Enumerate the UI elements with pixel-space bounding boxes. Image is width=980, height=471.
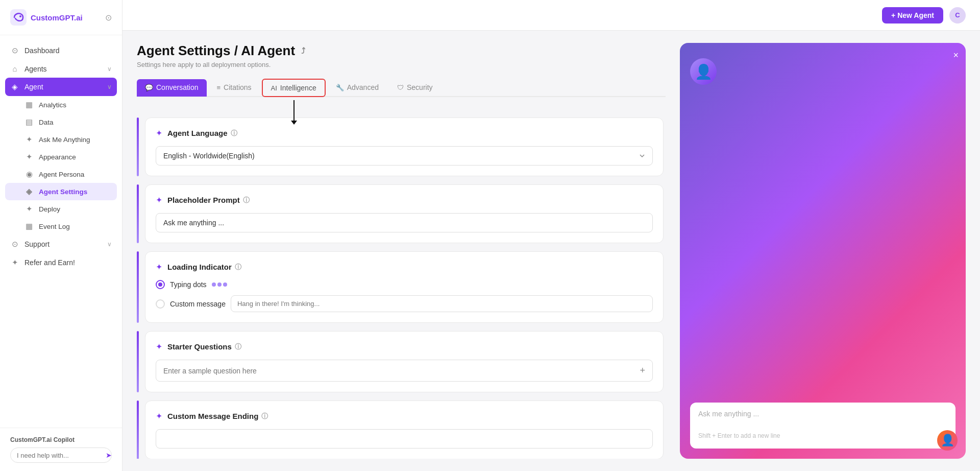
chevron-down-icon: ∨ [107, 241, 112, 248]
placeholder-prompt-header: ✦ Placeholder Prompt ⓘ [156, 195, 653, 205]
copilot-label: CustomGPT.ai Copilot [10, 436, 112, 443]
sidebar-item-agent-settings[interactable]: ◈ Agent Settings [5, 183, 117, 200]
sidebar-item-analytics[interactable]: ▦ Analytics [0, 96, 122, 113]
sidebar-item-ask-me-anything[interactable]: ✦ Ask Me Anything [0, 131, 122, 148]
preview-panel: × 👤 Ask me anything ... Shift + Enter to… [680, 43, 966, 459]
sidebar-item-agent-persona[interactable]: ◉ Agent Persona [0, 166, 122, 183]
logo-icon [10, 9, 27, 26]
sidebar-item-support[interactable]: ⊙ Support ∨ [0, 235, 122, 253]
bottom-avatar[interactable]: 👤 [937, 430, 958, 451]
logo-area: CustomGPT.ai ⊙ [0, 0, 122, 35]
tab-label: Security [407, 83, 433, 91]
svg-point-1 [19, 15, 21, 17]
sidebar-item-label: Dashboard [24, 46, 60, 55]
starter-questions-header: ✦ Starter Questions ⓘ [156, 342, 653, 351]
custom-message-ending-input[interactable] [156, 429, 653, 449]
tab-conversation[interactable]: 💬 Conversation [137, 79, 207, 97]
advanced-tab-icon: 🔧 [336, 84, 344, 91]
custom-message-ending-title: Custom Message Ending ⓘ [167, 412, 268, 421]
sidebar-item-label: Event Log [39, 223, 70, 230]
preview-close-button[interactable]: × [953, 50, 959, 61]
new-agent-button[interactable]: + New Agent [882, 7, 943, 23]
security-tab-icon: 🛡 [397, 84, 404, 91]
typing-dots-label: Typing dots [170, 280, 207, 289]
tabs-container: 💬 Conversation ≡ Citations AI Intelligen… [137, 79, 666, 107]
dashboard-icon: ⊙ [10, 46, 19, 55]
copilot-input-wrap[interactable]: ➤ [10, 448, 112, 463]
tab-label: Intelligence [280, 84, 316, 92]
sidebar-item-label: Support [24, 240, 50, 248]
data-icon: ▤ [24, 117, 34, 127]
custom-message-input[interactable] [231, 295, 653, 312]
tab-citations[interactable]: ≡ Citations [209, 79, 260, 97]
sidebar-item-label: Refer and Earn! [24, 258, 75, 267]
analytics-icon: ▦ [24, 100, 34, 109]
sidebar-item-data[interactable]: ▤ Data [0, 113, 122, 131]
notification-button[interactable]: ⊙ [105, 13, 112, 22]
info-icon[interactable]: ⓘ [231, 129, 237, 138]
intelligence-tab-icon: AI [271, 84, 277, 92]
sidebar-item-label: Agents [24, 65, 47, 73]
sidebar-item-label: Agent Persona [39, 171, 84, 178]
info-icon[interactable]: ⓘ [243, 196, 250, 205]
preview-input-area[interactable]: Ask me anything ... Shift + Enter to add… [690, 403, 955, 449]
sidebar-item-label: Deploy [39, 205, 60, 213]
sidebar-item-refer-earn[interactable]: ✦ Refer and Earn! [0, 253, 122, 272]
preview-avatar: 👤 [690, 58, 717, 85]
support-icon: ⊙ [10, 240, 19, 249]
sidebar-item-label: Agent [24, 83, 43, 91]
starter-question-input[interactable] [163, 367, 634, 375]
preview-hint: Shift + Enter to add a new line [698, 432, 780, 439]
arrow-head [291, 121, 297, 125]
copilot-input[interactable] [17, 452, 103, 459]
info-icon[interactable]: ⓘ [235, 342, 241, 351]
starter-questions-title: Starter Questions ⓘ [167, 342, 241, 351]
appearance-icon: ✦ [24, 152, 34, 161]
topbar: + New Agent C [122, 0, 980, 31]
sparkle-icon: ✦ [156, 195, 162, 205]
sidebar-item-event-log[interactable]: ▦ Event Log [0, 218, 122, 235]
dot-2 [217, 282, 222, 287]
placeholder-prompt-input[interactable] [156, 213, 653, 232]
sidebar-item-agent[interactable]: ◈ Agent ∨ [5, 78, 117, 96]
typing-dots-row[interactable]: Typing dots [156, 280, 653, 289]
preview-input-footer: Shift + Enter to add a new line ➤ [698, 430, 947, 441]
copilot-send-button[interactable]: ➤ [106, 451, 112, 459]
tab-advanced[interactable]: 🔧 Advanced [328, 79, 387, 97]
add-starter-question-button[interactable]: + [640, 365, 645, 376]
section-divider [137, 251, 139, 323]
agent-language-title: Agent Language ⓘ [167, 129, 237, 138]
content-area: Agent Settings / AI Agent ⤴ Settings her… [122, 31, 980, 471]
starter-question-input-wrap[interactable]: + [156, 360, 653, 382]
sparkle-icon: ✦ [156, 411, 162, 421]
typing-dots-radio[interactable] [156, 280, 165, 289]
dot-1 [212, 282, 216, 287]
sidebar-item-label: Appearance [39, 153, 76, 161]
form-scroll-area: ✦ Agent Language ⓘ English - Worldwide(E… [137, 117, 666, 459]
custom-message-row[interactable]: Custom message [156, 295, 653, 312]
arrow-annotation [291, 100, 297, 125]
sidebar-item-appearance[interactable]: ✦ Appearance [0, 148, 122, 166]
agent-language-select[interactable]: English - Worldwide(English) [156, 146, 653, 166]
section-divider [137, 184, 139, 243]
user-avatar[interactable]: C [949, 7, 966, 23]
main-content: + New Agent C Agent Settings / AI Agent … [122, 0, 980, 471]
custom-message-ending-header: ✦ Custom Message Ending ⓘ [156, 411, 653, 421]
tab-security[interactable]: 🛡 Security [389, 79, 441, 97]
info-icon[interactable]: ⓘ [261, 412, 268, 421]
sparkle-icon: ✦ [156, 128, 162, 138]
tab-label: Advanced [347, 83, 379, 91]
sidebar-item-agents[interactable]: ⌂ Agents ∨ [0, 60, 122, 78]
tab-intelligence[interactable]: AI Intelligence [262, 79, 326, 97]
preview-input-placeholder: Ask me anything ... [698, 410, 947, 418]
sidebar-item-dashboard[interactable]: ⊙ Dashboard [0, 41, 122, 60]
share-icon[interactable]: ⤴ [301, 46, 305, 56]
custom-message-radio[interactable] [156, 299, 165, 309]
section-divider [137, 117, 139, 176]
copilot-section: CustomGPT.ai Copilot ➤ [0, 428, 122, 471]
section-divider [137, 401, 139, 459]
info-icon[interactable]: ⓘ [235, 263, 241, 272]
sidebar-item-deploy[interactable]: ✦ Deploy [0, 200, 122, 218]
preview-spacer [690, 85, 955, 394]
persona-icon: ◉ [24, 170, 34, 179]
